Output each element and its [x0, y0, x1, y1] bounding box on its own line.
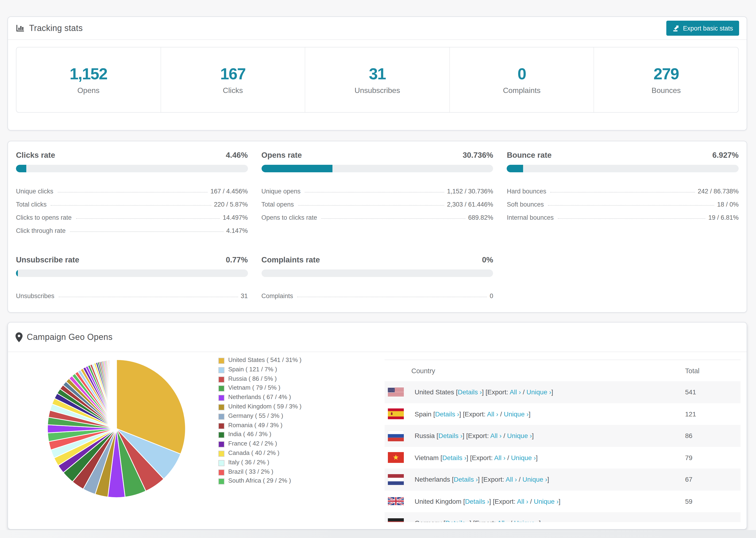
legend-item-spain: Spain ( 121 / 7% ) — [218, 366, 301, 375]
export-all-link[interactable]: All › — [490, 432, 502, 440]
rate-title: Opens rate — [261, 151, 302, 160]
bracket-close: ] — [532, 432, 534, 440]
export-unique-link[interactable]: Unique › — [507, 432, 532, 440]
details-link[interactable]: Details › — [435, 410, 459, 418]
export-unique-link[interactable]: Unique › — [534, 498, 559, 505]
dashboard-page: Tracking stats Export basic stats 1,152O… — [0, 0, 756, 538]
rate-row-label: Clicks to opens rate — [16, 214, 72, 223]
country-name: Germany — [415, 519, 442, 522]
export-all-link[interactable]: All › — [487, 410, 498, 418]
bracket-close: ] — [539, 519, 541, 522]
tracking-stats-header: Tracking stats Export basic stats — [8, 17, 747, 40]
export-all-link[interactable]: All › — [506, 476, 517, 483]
export-prefix: ] [Export: — [482, 389, 510, 396]
export-unique-link[interactable]: Unique › — [504, 410, 529, 418]
rate-detail-rows: Unique clicks167 / 4.456%Total clicks220… — [16, 183, 248, 236]
total-value: 67 — [685, 476, 692, 483]
stat-box-complaints: 0Complaints — [450, 47, 594, 112]
rate-detail-row: Unsubscribes31 — [16, 288, 248, 301]
dotted-leader — [70, 232, 224, 232]
dotted-leader — [58, 192, 207, 192]
details-link[interactable]: Details › — [445, 519, 469, 522]
details-link[interactable]: Details › — [438, 432, 462, 440]
export-prefix: ] [Export: — [466, 454, 494, 461]
export-all-link[interactable]: All › — [510, 389, 521, 396]
export-unique-link[interactable]: Unique › — [526, 389, 551, 396]
rate-row-value: 167 / 4.456% — [210, 188, 248, 196]
details-link[interactable]: Details › — [442, 454, 466, 461]
rate-card-head: Bounce rate6.927% — [507, 151, 739, 160]
page-bottom-strip — [0, 530, 756, 538]
slash-separator: / — [498, 410, 504, 418]
export-unique-link[interactable]: Unique › — [511, 454, 536, 461]
rate-title: Complaints rate — [261, 255, 320, 264]
legend-item-india: India ( 46 / 3% ) — [218, 431, 301, 440]
export-prefix: ] [Export: — [478, 476, 506, 483]
country-cell: Russia [Details ›] [Export: All › / Uniq… — [415, 432, 534, 440]
export-all-link[interactable]: All › — [494, 454, 506, 461]
bracket: [ — [435, 432, 439, 440]
legend-label: Russia ( 86 / 5% ) — [228, 375, 277, 382]
country-cell: Germany [Details ›] [Export: All › / Uni… — [415, 519, 541, 522]
bracket: [ — [442, 519, 445, 522]
rate-value: 30.736% — [462, 151, 493, 160]
details-link[interactable]: Details › — [458, 389, 482, 396]
export-all-link[interactable]: All › — [517, 498, 528, 505]
stat-value: 0 — [517, 65, 526, 83]
rate-row-value: 242 / 86.738% — [698, 188, 739, 196]
tracking-stats-panel: Tracking stats Export basic stats 1,152O… — [8, 17, 747, 131]
rate-row-label: Internal bounces — [507, 214, 554, 223]
dotted-leader — [51, 205, 211, 206]
rate-title: Unsubscribe rate — [16, 255, 80, 264]
table-row-spain: Spain [Details ›] [Export: All › / Uniqu… — [385, 403, 740, 425]
rate-row-value: 220 / 5.87% — [214, 201, 248, 209]
legend-label: Germany ( 55 / 3% ) — [228, 412, 283, 419]
rate-row-value: 18 / 0% — [717, 201, 739, 209]
dotted-leader — [321, 218, 465, 219]
legend-label: Romania ( 49 / 3% ) — [228, 421, 283, 428]
legend-color-swatch — [218, 460, 225, 466]
rate-card-complaints-rate: Complaints rate0%Complaints0 — [261, 255, 493, 301]
rate-detail-row: Clicks to opens rate14.497% — [16, 209, 248, 223]
netherlands-flag-icon — [388, 474, 404, 485]
column-header-country: Country — [411, 367, 435, 374]
rate-detail-row: Complaints0 — [261, 288, 493, 301]
table-row-germany: Germany [Details ›] [Export: All › / Uni… — [385, 512, 740, 522]
legend-label: United Kingdom ( 59 / 3% ) — [228, 403, 301, 410]
map-pin-icon — [16, 332, 23, 342]
details-link[interactable]: Details › — [465, 498, 489, 505]
country-cell: Spain [Details ›] [Export: All › / Uniqu… — [415, 410, 530, 418]
export-unique-link[interactable]: Unique › — [514, 519, 539, 522]
rate-row-label: Total opens — [261, 201, 294, 209]
dotted-leader — [551, 192, 695, 192]
pie-slice-58[interactable] — [116, 360, 117, 429]
dotted-leader — [558, 218, 706, 219]
country-name: United Kingdom — [415, 498, 461, 505]
spain-flag-icon — [388, 409, 404, 419]
stat-box-unsubscribes: 31Unsubscribes — [305, 47, 450, 112]
legend-color-swatch — [218, 404, 225, 410]
slash-separator: / — [528, 498, 534, 505]
rate-row-value: 14.497% — [223, 214, 248, 223]
dotted-leader — [298, 205, 444, 206]
legend-color-swatch — [218, 451, 225, 457]
united-states-flag-icon — [388, 388, 404, 397]
bracket-close: ] — [547, 476, 549, 483]
export-all-link[interactable]: All › — [497, 519, 509, 522]
details-link[interactable]: Details › — [454, 476, 478, 483]
legend-label: United States ( 541 / 31% ) — [228, 356, 301, 363]
rate-progress-fill — [16, 165, 26, 172]
rates-grid: Clicks rate4.46%Unique clicks167 / 4.456… — [16, 151, 739, 301]
legend-label: Italy ( 36 / 2% ) — [228, 459, 269, 466]
rate-row-value: 689.82% — [468, 214, 493, 223]
bracket: [ — [432, 410, 435, 418]
export-basic-stats-button[interactable]: Export basic stats — [667, 21, 739, 36]
geo-opens-pie-chart[interactable] — [42, 354, 192, 504]
export-unique-link[interactable]: Unique › — [522, 476, 547, 483]
rate-progress-track — [507, 165, 739, 172]
rate-detail-row: Opens to clicks rate689.82% — [261, 209, 493, 223]
export-prefix: ] [Export: — [469, 519, 497, 522]
rate-row-label: Click through rate — [16, 227, 66, 236]
rate-detail-row: Hard bounces242 / 86.738% — [507, 183, 739, 196]
rate-value: 0% — [482, 255, 493, 264]
